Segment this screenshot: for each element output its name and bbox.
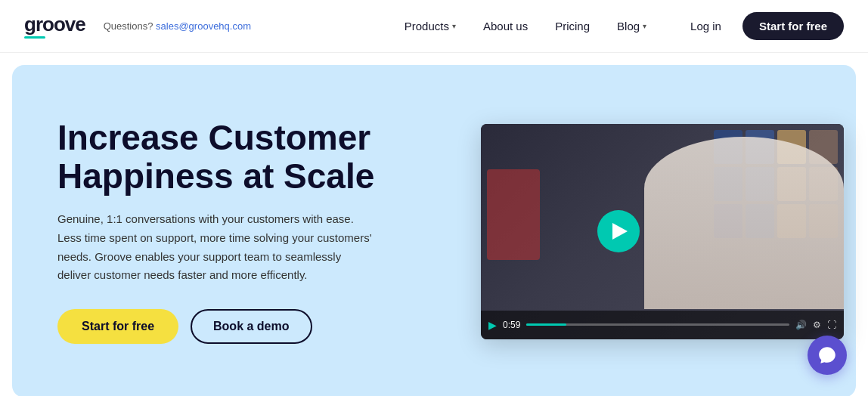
settings-icon[interactable]: ⚙ [813, 320, 821, 330]
video-controls: ▶ 0:59 🔊 ⚙ ⛶ [481, 311, 844, 339]
questions-text: Questions? sales@groovehq.com [104, 20, 251, 32]
logo[interactable]: groove [24, 14, 85, 39]
play-icon[interactable]: ▶ [488, 319, 497, 331]
video-control-icons: 🔊 ⚙ ⛶ [795, 320, 836, 330]
video-timestamp: 0:59 [503, 320, 520, 330]
video-container[interactable]: ▶ 0:59 🔊 ⚙ ⛶ [481, 124, 844, 339]
book-demo-button[interactable]: Book a demo [191, 309, 312, 344]
hero-section: Increase Customer Happiness at Scale Gen… [12, 65, 856, 396]
hero-title: Increase Customer Happiness at Scale [57, 119, 436, 195]
hero-video-wrap: ▶ 0:59 🔊 ⚙ ⛶ [481, 124, 844, 339]
nav-item-blog[interactable]: Blog ▾ [606, 14, 657, 39]
hero-buttons: Start for free Book a demo [57, 309, 436, 344]
chevron-down-icon: ▾ [452, 22, 456, 30]
chat-icon [817, 345, 837, 365]
video-person [644, 137, 844, 309]
nav-item-about[interactable]: About us [473, 14, 538, 39]
video-progress-bar[interactable] [526, 323, 789, 326]
chevron-down-icon: ▾ [643, 22, 646, 30]
login-button[interactable]: Log in [681, 14, 730, 39]
video-object [487, 169, 540, 260]
start-for-free-nav-button[interactable]: Start for free [742, 12, 844, 40]
nav-item-pricing[interactable]: Pricing [544, 14, 600, 39]
email-link[interactable]: sales@groovehq.com [156, 20, 251, 32]
hero-content: Increase Customer Happiness at Scale Gen… [57, 119, 436, 344]
nav-actions: Log in Start for free [681, 12, 844, 40]
start-for-free-button[interactable]: Start for free [57, 309, 178, 344]
chat-fab-button[interactable] [808, 336, 847, 375]
volume-icon[interactable]: 🔊 [795, 320, 807, 330]
video-progress-fill [526, 323, 566, 326]
logo-underline [24, 36, 45, 39]
nav-item-products[interactable]: Products ▾ [394, 14, 467, 39]
nav-links: Products ▾ About us Pricing Blog ▾ [394, 14, 657, 39]
hero-subtitle: Genuine, 1:1 conversations with your cus… [57, 210, 375, 285]
play-button[interactable] [597, 210, 640, 252]
fullscreen-icon[interactable]: ⛶ [827, 320, 836, 330]
navbar: groove Questions? sales@groovehq.com Pro… [0, 0, 868, 53]
logo-text: groove [24, 14, 85, 34]
